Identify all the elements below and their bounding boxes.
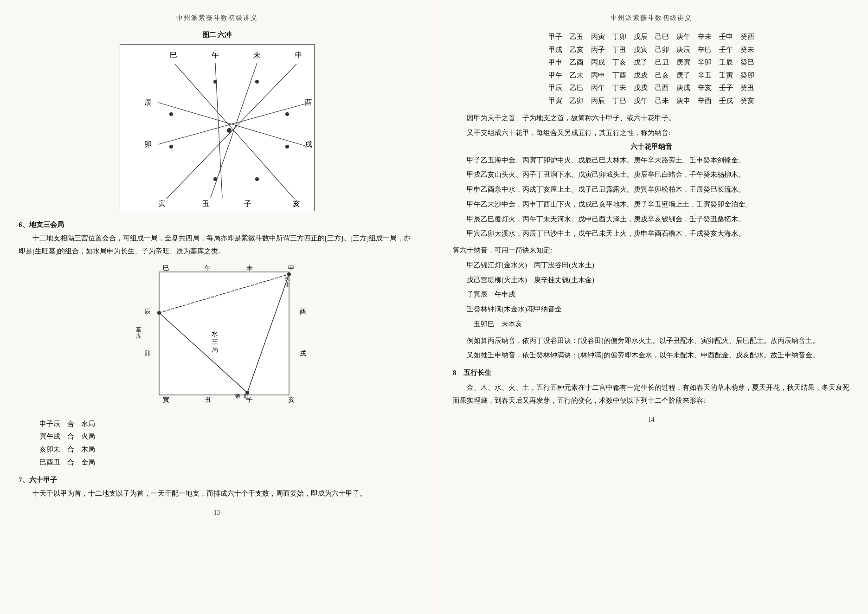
char-cell: 丙戌 — [587, 56, 609, 69]
char-cell: 辛卯 — [694, 56, 715, 69]
svg-point-24 — [285, 112, 289, 116]
svg-text:局: 局 — [212, 346, 218, 353]
svg-text:丑: 丑 — [205, 396, 211, 403]
list-item-4: 巳酉丑 合 金局 — [39, 456, 415, 469]
rp-8: 算六十纳音，可用一简诀来知定: — [453, 244, 849, 257]
char-cell: 辛亥 — [694, 82, 715, 95]
svg-line-17 — [167, 64, 296, 199]
left-header: 中州派紫薇斗数初级讲义 — [19, 14, 415, 22]
section6-header: 6、地支三会局 — [19, 220, 415, 229]
rp-4: 甲申乙酉泉中水，丙戌丁亥屋上土。戊子己丑霹露火。庚寅辛卯松柏木，壬辰癸巳长流水。 — [453, 183, 849, 196]
section7-header: 7、六十甲子 — [19, 476, 415, 485]
svg-text:墓: 墓 — [136, 326, 141, 333]
char-cell: 甲寅 — [545, 95, 566, 108]
svg-text:卯: 卯 — [144, 350, 151, 357]
svg-text:巳: 巳 — [170, 51, 177, 59]
char-cell: 甲戌 — [545, 44, 566, 57]
rp-15: 又如推壬申纳音，依壬癸林钟满诀：[林钟满]的偏旁即木金水，以午未配木、申酉配金、… — [453, 349, 849, 362]
svg-point-19 — [213, 80, 217, 84]
char-cell: 丙辰 — [587, 95, 609, 108]
svg-rect-27 — [159, 272, 289, 395]
char-cell: 戊辰 — [630, 31, 651, 44]
svg-text:酉: 酉 — [300, 308, 306, 315]
diagram1-svg: 巳 午 未 申 辰 卯 酉 戌 寅 丑 子 亥 — [120, 44, 315, 211]
nayin-title: 六十花甲纳音 — [453, 142, 849, 151]
list-item-2: 寅午戌 合 火局 — [39, 430, 415, 443]
right-page-number: 14 — [453, 416, 849, 424]
char-cell: 壬申 — [715, 31, 737, 44]
char-cell: 己亥 — [651, 69, 673, 82]
rp-14: 例如算丙辰纳音，依丙丁没谷田诀：[没谷田]的偏旁即水火土。以子丑配水、寅卯配火、… — [453, 335, 849, 348]
char-cell: 癸巳 — [737, 56, 758, 69]
char-cell: 乙丑 — [566, 31, 587, 44]
char-cell: 壬子 — [715, 82, 737, 95]
char-cell: 庚寅 — [673, 56, 694, 69]
char-cell: 辛巳 — [694, 44, 715, 57]
left-page: 中州派紫薇斗数初级讲义 图二 六冲 巳 午 未 申 辰 卯 酉 戌 寅 丑 子 … — [0, 0, 434, 614]
rp-1: 又干支组成六十花甲，每组合又另成五行，其五行之性，称为纳音: — [453, 127, 849, 140]
rp-13: 丑卯巳 未本亥 — [474, 318, 849, 331]
char-cell: 庚辰 — [673, 44, 694, 57]
char-cell: 乙巳 — [566, 82, 587, 95]
svg-text:子: 子 — [244, 200, 251, 207]
book-spread: 中州派紫薇斗数初级讲义 图二 六冲 巳 午 未 申 辰 卯 酉 戌 寅 丑 子 … — [0, 0, 868, 614]
char-cell: 戊戌 — [630, 69, 651, 82]
diagram2-container: 巳 午 未 申 酉 戌 辰 卯 寅 丑 子 亥 长 — [19, 263, 415, 408]
char-cell: 丁未 — [609, 82, 630, 95]
right-header: 中州派紫薇斗数初级讲义 — [453, 14, 849, 22]
diagram1-label: 图二 六冲 — [19, 31, 415, 39]
char-cell: 癸卯 — [737, 69, 758, 82]
svg-text:辰: 辰 — [144, 308, 151, 315]
char-cell: 丁亥 — [609, 56, 630, 69]
svg-text:戌: 戌 — [305, 140, 312, 148]
rp-12: 壬癸林钟满(木金水)花甲纳音全 — [467, 303, 849, 316]
char-cell: 甲辰 — [545, 82, 566, 95]
char-cell: 甲子 — [545, 31, 566, 44]
list-item-1: 申子辰 合 水局 — [39, 418, 415, 431]
char-cell: 乙亥 — [566, 44, 587, 57]
rp-6: 甲辰乙巳覆灯火，丙午丁未天河水。戊申己酉大泽土，庚戌辛亥钗钏金，壬子癸丑桑拓木。 — [453, 213, 849, 226]
right-page: 中州派紫薇斗数初级讲义 甲子乙丑丙寅丁卯戊辰己巳庚午辛未壬申癸酉甲戌乙亥丙子丁丑… — [434, 0, 868, 614]
svg-point-52 — [287, 272, 291, 276]
svg-text:帝: 帝 — [235, 393, 241, 400]
svg-text:寅: 寅 — [163, 396, 169, 403]
char-cell: 壬辰 — [715, 56, 737, 69]
svg-point-25 — [169, 145, 173, 149]
char-cell: 辛酉 — [694, 95, 715, 108]
rp-5: 甲午乙未沙中金，丙申丁西山下火，戊戌己亥平地木。庚子辛丑壁墙上土，壬寅癸卯金泊金… — [453, 198, 849, 211]
svg-point-54 — [157, 311, 161, 315]
svg-text:寅: 寅 — [158, 200, 166, 207]
rp-11: 子寅辰 午申戌 — [467, 288, 849, 301]
char-cell: 丁卯 — [609, 31, 630, 44]
char-cell: 庚戌 — [673, 82, 694, 95]
rp-3: 甲戌乙亥山头火、丙子丁丑涧下水。戊寅己卯城头土。庚辰辛巳白蜡金，壬午癸未杨柳木。 — [453, 168, 849, 181]
char-table: 甲子乙丑丙寅丁卯戊辰己巳庚午辛未壬申癸酉甲戌乙亥丙子丁丑戊寅己卯庚辰辛巳壬午癸未… — [545, 31, 758, 107]
char-cell: 壬寅 — [715, 69, 737, 82]
svg-point-26 — [285, 145, 289, 149]
char-cell: 己酉 — [651, 82, 673, 95]
char-cell: 丙申 — [587, 69, 609, 82]
svg-point-22 — [255, 177, 259, 181]
char-cell: 辛未 — [694, 31, 715, 44]
list-item-3: 亥卯未 合 木局 — [39, 443, 415, 456]
svg-line-15 — [158, 104, 305, 144]
rp-2: 甲子乙丑海中金、丙寅丁卯炉中火、戊辰己巳大林木。庚午辛未路旁土、壬申癸本剑锋金。 — [453, 154, 849, 167]
char-cell: 癸未 — [737, 44, 758, 57]
char-cell: 甲午 — [545, 69, 566, 82]
char-cell: 丙午 — [587, 82, 609, 95]
char-cell: 戊寅 — [630, 44, 651, 57]
char-cell: 戊子 — [630, 56, 651, 69]
svg-text:戌: 戌 — [300, 350, 306, 357]
svg-text:亥: 亥 — [293, 200, 300, 207]
svg-line-16 — [175, 64, 294, 199]
char-cell: 戊午 — [630, 95, 651, 108]
char-cell: 丙子 — [587, 44, 609, 57]
svg-text:水: 水 — [212, 330, 218, 337]
svg-text:辰: 辰 — [144, 98, 152, 106]
svg-text:亥: 亥 — [288, 396, 295, 403]
rp-9: 甲乙锦江灯(金水火) 丙丁没谷田(火水土) — [467, 259, 849, 272]
rp-16: 8 五行长生 — [453, 367, 849, 380]
char-cell: 辛丑 — [694, 69, 715, 82]
svg-line-12 — [215, 63, 222, 198]
svg-text:未: 未 — [253, 51, 261, 59]
